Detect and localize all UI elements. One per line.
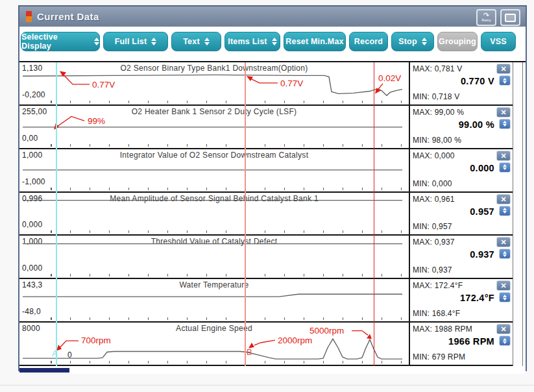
cursor-a-line[interactable] xyxy=(56,62,57,366)
value-cell-water-temp: MAX: 172.4°F 172.4°F MIN: 168.4°F ✕ xyxy=(410,279,513,323)
close-icon[interactable]: ✕ xyxy=(496,324,511,334)
graph-row-mean-amplitude: 0,996 Mean Amplitude of Sensor Signal Be… xyxy=(19,193,409,236)
graph-row-integrator-value: 1,000 Integrator Value of O2 Sensor Down… xyxy=(19,149,409,193)
signal-trace xyxy=(23,75,402,95)
vss-button[interactable]: VSS xyxy=(481,32,516,51)
vertical-scrollbar[interactable] xyxy=(513,62,523,366)
graph-row-o2-sensor-binary: 1,130 O2 Sensor Binary Type Bank1 Downst… xyxy=(19,62,409,106)
max-value: 1988 RPM xyxy=(435,325,472,334)
button-label: Reset Min.Max xyxy=(285,37,343,46)
min-label: MIN: xyxy=(413,309,430,318)
max-label: MAX: xyxy=(413,325,432,334)
signal-trace xyxy=(23,339,402,359)
max-label: MAX: xyxy=(413,64,432,73)
min-label: MIN: xyxy=(413,352,430,361)
signal-plot: 99% xyxy=(19,106,409,148)
button-label: Selective Display xyxy=(21,32,90,51)
graph-area: 1,130 O2 Sensor Binary Type Bank1 Downst… xyxy=(19,61,526,366)
current-value: 0.000 xyxy=(470,163,494,173)
retry-button[interactable]: ↷ Retry xyxy=(476,9,496,26)
reorder-updown-icon[interactable] xyxy=(499,292,511,302)
record-button[interactable]: Record xyxy=(349,32,388,51)
close-icon[interactable]: ✕ xyxy=(496,194,511,204)
updown-icon xyxy=(94,38,99,45)
reset-minmax-button[interactable]: Reset Min.Max xyxy=(284,32,346,51)
retry-arrow-icon: ↷ xyxy=(483,12,489,18)
graph-row-threshold-value: 1,000 Threshold Value of Catalyst Defect… xyxy=(19,236,409,279)
button-label: Record xyxy=(354,37,383,46)
value-cell-integrator: MAX: 0,000 0.000 MIN: 0,000 ✕ xyxy=(410,149,513,193)
graph-row-water-temperature: 143,3 Water Temperature -48,0 xyxy=(19,279,409,323)
full-list-button[interactable]: Full List xyxy=(103,32,168,51)
tick-marks xyxy=(51,230,404,233)
window-title: Current Data xyxy=(37,11,99,22)
annotation-text: 99% xyxy=(88,116,105,126)
annotation-text: 2000rpm xyxy=(278,336,312,345)
cursor-c-line[interactable] xyxy=(374,62,374,366)
tick-marks xyxy=(51,144,404,147)
max-value: 99,00 % xyxy=(435,108,464,117)
value-cell-threshold: MAX: 0,937 0.937 MIN: 0,937 ✕ xyxy=(410,236,513,279)
min-value: 0,937 xyxy=(432,265,452,275)
window-mode-button[interactable] xyxy=(500,9,520,26)
min-label: MIN: xyxy=(413,136,430,145)
annotation-text: 0.77V xyxy=(280,79,303,88)
min-value: 0,957 xyxy=(432,222,452,231)
signal-plot xyxy=(19,236,409,278)
app-icon xyxy=(26,11,32,22)
signal-plot: 700rpm 2000rpm 5000rpm xyxy=(19,323,409,365)
button-label: Text xyxy=(183,37,200,46)
grouping-button[interactable]: Grouping xyxy=(437,32,478,51)
annotation-text: 700rpm xyxy=(81,336,111,345)
updown-icon xyxy=(204,38,210,45)
reorder-updown-icon[interactable] xyxy=(499,206,511,216)
max-label: MAX: xyxy=(413,281,432,290)
signal-plot xyxy=(19,193,409,235)
min-label: MIN: xyxy=(413,179,430,188)
current-value: 1966 RPM xyxy=(448,336,494,347)
cursor-b-line[interactable] xyxy=(245,62,246,366)
button-label: Stop xyxy=(398,37,417,46)
reorder-updown-icon[interactable] xyxy=(499,336,511,346)
current-data-window: Current Data ↷ Retry Selective Display F… xyxy=(18,5,527,371)
signal-plot xyxy=(19,149,409,191)
tick-marks xyxy=(51,317,404,320)
value-cell-o2-sensor: MAX: 0,781 V 0.770 V MIN: 0,718 V ✕ xyxy=(410,62,513,106)
plot-column: 1,130 O2 Sensor Binary Type Bank1 Downst… xyxy=(19,62,409,366)
reorder-updown-icon[interactable] xyxy=(499,75,511,86)
graph-row-o2-heater-duty: 255,00 O2 Heater Bank 1 Sensor 2 Duty Cy… xyxy=(19,106,409,149)
value-cell-mean-amplitude: MAX: 0,961 0.957 MIN: 0,957 ✕ xyxy=(410,193,513,236)
horizontal-scrollbar[interactable] xyxy=(19,366,526,374)
reorder-updown-icon[interactable] xyxy=(499,162,511,173)
close-icon[interactable]: ✕ xyxy=(496,151,511,161)
titlebar: Current Data ↷ Retry xyxy=(19,6,526,27)
scrollbar-thumb[interactable] xyxy=(19,368,69,373)
graph-row-engine-speed: 8000 Actual Engine Speed 0 700rpm 2000rp… xyxy=(19,323,409,366)
retry-label: Retry xyxy=(481,18,491,23)
annotation-text: 0.02V xyxy=(378,73,401,83)
signal-trace xyxy=(23,295,402,297)
min-value: 0,000 xyxy=(432,179,452,188)
min-value: 0,718 V xyxy=(432,92,460,101)
items-list-button[interactable]: Items List xyxy=(225,32,280,51)
button-label: VSS xyxy=(490,37,507,46)
annotation-text: 5000rpm xyxy=(309,326,344,336)
close-icon[interactable]: ✕ xyxy=(496,64,511,74)
page-divider xyxy=(0,385,534,386)
toolbar: Selective Display Full List Text Items L… xyxy=(19,27,526,61)
value-cell-engine-speed: MAX: 1988 RPM 1966 RPM MIN: 679 RPM ✕ xyxy=(410,323,513,366)
reorder-updown-icon[interactable] xyxy=(499,249,511,259)
max-value: 0,961 xyxy=(435,195,455,204)
close-icon[interactable]: ✕ xyxy=(496,280,511,291)
stop-button[interactable]: Stop xyxy=(391,32,434,51)
selective-display-button[interactable]: Selective Display xyxy=(21,32,100,51)
close-icon[interactable]: ✕ xyxy=(496,107,511,117)
text-mode-button[interactable]: Text xyxy=(171,32,221,51)
current-value: 0.937 xyxy=(470,249,494,260)
min-label: MIN: xyxy=(413,222,430,231)
signal-plot xyxy=(19,279,409,321)
close-icon[interactable]: ✕ xyxy=(496,237,511,247)
reorder-updown-icon[interactable] xyxy=(499,119,511,129)
signal-plot: 0.77V 0.77V 0.02V xyxy=(19,62,409,104)
cursor-a-label: A xyxy=(52,349,58,358)
